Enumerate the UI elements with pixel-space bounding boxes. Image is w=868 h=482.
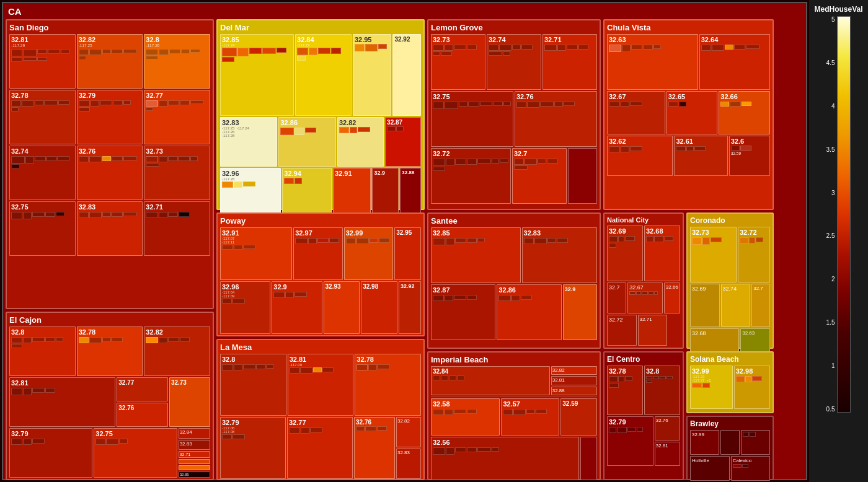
city-title-el-cajon: El Cajon	[9, 315, 210, 325]
legend-tick-05: 0.5	[826, 406, 835, 413]
legend-tick-15: 1.5	[826, 319, 835, 326]
zip-3283: 32.83	[77, 201, 143, 256]
city-title-lemon-grove: Lemon Grove	[431, 23, 597, 32]
city-title-san-diego: San Diego	[9, 23, 210, 32]
city-title-national-city: National City	[607, 216, 680, 224]
legend-tick-5: 5	[826, 16, 835, 23]
zip-3276: 32.76	[77, 146, 143, 200]
city-title-santee: Santee	[431, 216, 597, 226]
city-block-lemon-grove: Lemon Grove 32.73 32.74	[427, 19, 601, 210]
legend-tick-35: 3.5	[826, 146, 835, 153]
city-title-la-mesa: La Mesa	[220, 343, 421, 352]
legend-tick-25: 2.5	[826, 232, 835, 239]
city-title-solana-beach: Solana Beach	[690, 355, 770, 364]
city-title-coronado: Coronado	[690, 216, 770, 225]
ca-title: CA	[8, 6, 22, 17]
city-title-brawley: Brawley	[690, 419, 770, 428]
zip-3278: 32.78	[9, 90, 76, 144]
zip-3282: 32.82 -117.25	[77, 34, 143, 89]
zip-3281: 32.81 -117.29	[9, 34, 76, 89]
city-block-la-mesa: La Mesa 32.8 32.81 -117.09	[216, 339, 425, 480]
city-block-el-cajon: El Cajon 32.8 32.78	[6, 312, 214, 480]
zip-3273-sd: 32.73	[144, 146, 210, 200]
city-block-santee: Santee 32.85 32.83	[427, 213, 601, 349]
zip-3277: 32.77	[144, 90, 210, 144]
zip-3275: 32.75	[9, 201, 76, 256]
city-block-poway: Poway 32.91 -117.07 -117.11 32.97	[216, 213, 425, 336]
city-block-chula-vista: Chula Vista 32.63 32.64	[603, 19, 774, 210]
city-title-el-centro: El Centro	[607, 355, 680, 364]
legend-tick-2: 2	[826, 276, 835, 283]
city-block-coronado: Coronado 32.73 32.72	[686, 213, 774, 349]
legend-tick-1: 1	[826, 362, 835, 369]
city-block-el-centro: El Centro 32.78 32.8	[603, 351, 684, 480]
city-block-brawley: Brawley 32.99 Holtville Calexico	[686, 416, 774, 480]
legend-tick-3: 3	[826, 190, 835, 196]
zip-3274: 32.74	[9, 146, 76, 200]
city-block-national-city: National City 32.69 32.68	[603, 213, 684, 349]
legend: MedHouseVal 5 4.5 4 3.5 3 2.5 2 1.5 1 0.…	[809, 0, 868, 482]
legend-tick-45: 4.5	[826, 59, 835, 66]
city-title-imperial-beach: Imperial Beach	[431, 355, 597, 364]
zip-3271: 32.71	[144, 201, 210, 256]
zip-3279: 32.79	[77, 90, 143, 144]
legend-gradient-bar	[837, 16, 851, 413]
legend-title: MedHouseVal	[814, 5, 862, 14]
city-title-poway: Poway	[220, 216, 421, 226]
city-title-chula-vista: Chula Vista	[607, 23, 770, 32]
city-title-del-mar: Del Mar	[220, 23, 421, 32]
city-block-imperial-beach: Imperial Beach 32.84 32.82 32.81	[427, 351, 601, 480]
city-block-del-mar: Del Mar 32.85 -117.24 32.84 -117.23	[216, 19, 425, 210]
legend-tick-4: 4	[826, 103, 835, 110]
city-block-solana-beach: Solana Beach 32.99 -117.23 -117.27 +1 32…	[686, 351, 774, 413]
city-block-san-diego: San Diego 32.81 -117.29 32.82 -117.25	[6, 19, 214, 309]
zip-328: 32.8 -117.26	[144, 34, 210, 89]
